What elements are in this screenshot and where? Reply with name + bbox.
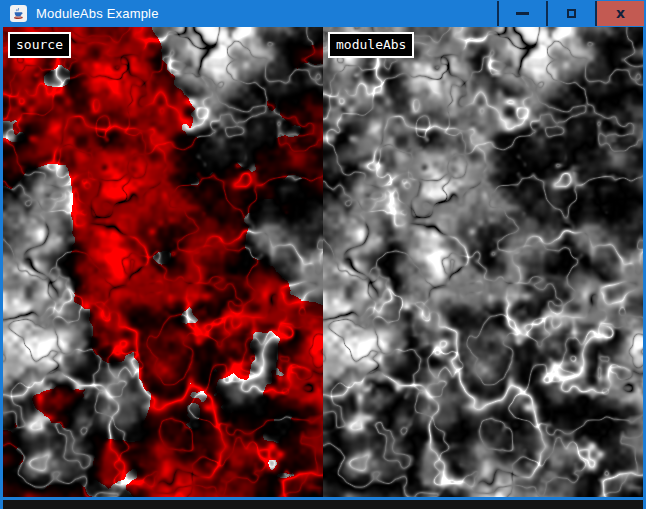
window-title: ModuleAbs Example	[36, 6, 159, 21]
source-image	[3, 27, 323, 497]
caption-buttons: x	[497, 0, 644, 27]
close-button[interactable]: x	[597, 1, 644, 26]
java-coffee-cup-icon	[12, 7, 25, 20]
app-window: ModuleAbs Example x source moduleAbs	[0, 0, 646, 509]
panel-moduleabs: moduleAbs	[323, 27, 643, 497]
close-icon: x	[616, 6, 625, 20]
moduleabs-image	[323, 27, 643, 497]
maximize-icon	[567, 9, 576, 18]
java-app-icon	[10, 5, 27, 22]
moduleabs-label: moduleAbs	[328, 32, 414, 58]
titlebar[interactable]: ModuleAbs Example x	[0, 0, 646, 27]
panel-source: source	[3, 27, 323, 497]
maximize-button[interactable]	[548, 1, 595, 26]
minimize-icon	[516, 12, 529, 15]
render-area: source moduleAbs	[3, 27, 643, 497]
source-label: source	[8, 32, 71, 58]
minimize-button[interactable]	[499, 1, 546, 26]
window-bottom-strip	[3, 500, 643, 509]
